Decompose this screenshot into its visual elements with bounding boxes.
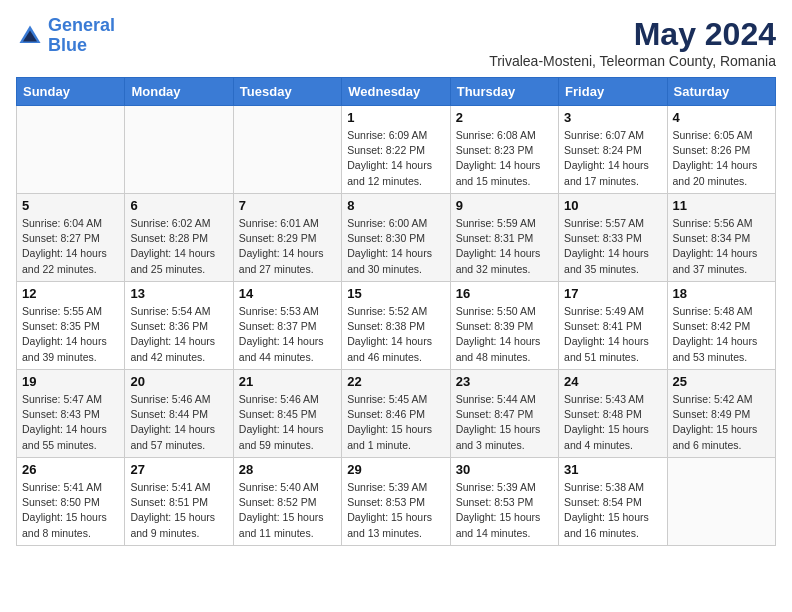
column-header-friday: Friday — [559, 78, 667, 106]
day-number: 4 — [673, 110, 770, 125]
day-number: 26 — [22, 462, 119, 477]
logo: General Blue — [16, 16, 115, 56]
day-number: 10 — [564, 198, 661, 213]
calendar-cell: 5Sunrise: 6:04 AM Sunset: 8:27 PM Daylig… — [17, 194, 125, 282]
day-info: Sunrise: 5:53 AM Sunset: 8:37 PM Dayligh… — [239, 304, 336, 365]
day-number: 5 — [22, 198, 119, 213]
calendar-cell: 7Sunrise: 6:01 AM Sunset: 8:29 PM Daylig… — [233, 194, 341, 282]
calendar-cell: 13Sunrise: 5:54 AM Sunset: 8:36 PM Dayli… — [125, 282, 233, 370]
day-number: 14 — [239, 286, 336, 301]
column-header-tuesday: Tuesday — [233, 78, 341, 106]
day-info: Sunrise: 5:50 AM Sunset: 8:39 PM Dayligh… — [456, 304, 553, 365]
day-info: Sunrise: 5:57 AM Sunset: 8:33 PM Dayligh… — [564, 216, 661, 277]
day-number: 29 — [347, 462, 444, 477]
calendar-cell: 4Sunrise: 6:05 AM Sunset: 8:26 PM Daylig… — [667, 106, 775, 194]
day-info: Sunrise: 5:48 AM Sunset: 8:42 PM Dayligh… — [673, 304, 770, 365]
calendar-cell — [667, 458, 775, 546]
calendar-cell: 9Sunrise: 5:59 AM Sunset: 8:31 PM Daylig… — [450, 194, 558, 282]
calendar-cell: 6Sunrise: 6:02 AM Sunset: 8:28 PM Daylig… — [125, 194, 233, 282]
calendar-cell: 20Sunrise: 5:46 AM Sunset: 8:44 PM Dayli… — [125, 370, 233, 458]
calendar-cell — [233, 106, 341, 194]
day-number: 28 — [239, 462, 336, 477]
day-number: 30 — [456, 462, 553, 477]
day-number: 21 — [239, 374, 336, 389]
day-number: 13 — [130, 286, 227, 301]
day-info: Sunrise: 5:41 AM Sunset: 8:50 PM Dayligh… — [22, 480, 119, 541]
calendar-cell: 21Sunrise: 5:46 AM Sunset: 8:45 PM Dayli… — [233, 370, 341, 458]
day-info: Sunrise: 6:04 AM Sunset: 8:27 PM Dayligh… — [22, 216, 119, 277]
column-header-monday: Monday — [125, 78, 233, 106]
calendar-cell: 19Sunrise: 5:47 AM Sunset: 8:43 PM Dayli… — [17, 370, 125, 458]
day-number: 23 — [456, 374, 553, 389]
day-number: 8 — [347, 198, 444, 213]
day-number: 25 — [673, 374, 770, 389]
calendar-cell: 12Sunrise: 5:55 AM Sunset: 8:35 PM Dayli… — [17, 282, 125, 370]
day-number: 24 — [564, 374, 661, 389]
header: General Blue May 2024 Trivalea-Mosteni, … — [16, 16, 776, 69]
logo-icon — [16, 22, 44, 50]
day-number: 22 — [347, 374, 444, 389]
calendar-cell: 23Sunrise: 5:44 AM Sunset: 8:47 PM Dayli… — [450, 370, 558, 458]
calendar-cell: 17Sunrise: 5:49 AM Sunset: 8:41 PM Dayli… — [559, 282, 667, 370]
calendar-cell: 24Sunrise: 5:43 AM Sunset: 8:48 PM Dayli… — [559, 370, 667, 458]
calendar-cell: 18Sunrise: 5:48 AM Sunset: 8:42 PM Dayli… — [667, 282, 775, 370]
day-number: 11 — [673, 198, 770, 213]
day-info: Sunrise: 6:08 AM Sunset: 8:23 PM Dayligh… — [456, 128, 553, 189]
calendar-cell: 14Sunrise: 5:53 AM Sunset: 8:37 PM Dayli… — [233, 282, 341, 370]
calendar-table: SundayMondayTuesdayWednesdayThursdayFrid… — [16, 77, 776, 546]
day-info: Sunrise: 5:39 AM Sunset: 8:53 PM Dayligh… — [347, 480, 444, 541]
week-row-5: 26Sunrise: 5:41 AM Sunset: 8:50 PM Dayli… — [17, 458, 776, 546]
calendar-cell: 8Sunrise: 6:00 AM Sunset: 8:30 PM Daylig… — [342, 194, 450, 282]
calendar-cell: 2Sunrise: 6:08 AM Sunset: 8:23 PM Daylig… — [450, 106, 558, 194]
day-number: 17 — [564, 286, 661, 301]
calendar-cell: 29Sunrise: 5:39 AM Sunset: 8:53 PM Dayli… — [342, 458, 450, 546]
calendar-cell — [17, 106, 125, 194]
day-info: Sunrise: 5:38 AM Sunset: 8:54 PM Dayligh… — [564, 480, 661, 541]
calendar-cell: 1Sunrise: 6:09 AM Sunset: 8:22 PM Daylig… — [342, 106, 450, 194]
day-number: 19 — [22, 374, 119, 389]
day-info: Sunrise: 5:52 AM Sunset: 8:38 PM Dayligh… — [347, 304, 444, 365]
day-info: Sunrise: 6:00 AM Sunset: 8:30 PM Dayligh… — [347, 216, 444, 277]
calendar-header-row: SundayMondayTuesdayWednesdayThursdayFrid… — [17, 78, 776, 106]
day-number: 7 — [239, 198, 336, 213]
day-info: Sunrise: 5:56 AM Sunset: 8:34 PM Dayligh… — [673, 216, 770, 277]
day-number: 20 — [130, 374, 227, 389]
calendar-cell: 10Sunrise: 5:57 AM Sunset: 8:33 PM Dayli… — [559, 194, 667, 282]
day-number: 12 — [22, 286, 119, 301]
day-info: Sunrise: 6:07 AM Sunset: 8:24 PM Dayligh… — [564, 128, 661, 189]
month-title: May 2024 — [489, 16, 776, 53]
day-info: Sunrise: 5:44 AM Sunset: 8:47 PM Dayligh… — [456, 392, 553, 453]
day-number: 31 — [564, 462, 661, 477]
subtitle: Trivalea-Mosteni, Teleorman County, Roma… — [489, 53, 776, 69]
day-info: Sunrise: 5:42 AM Sunset: 8:49 PM Dayligh… — [673, 392, 770, 453]
day-info: Sunrise: 5:45 AM Sunset: 8:46 PM Dayligh… — [347, 392, 444, 453]
day-info: Sunrise: 5:47 AM Sunset: 8:43 PM Dayligh… — [22, 392, 119, 453]
calendar-cell: 15Sunrise: 5:52 AM Sunset: 8:38 PM Dayli… — [342, 282, 450, 370]
day-info: Sunrise: 5:46 AM Sunset: 8:44 PM Dayligh… — [130, 392, 227, 453]
day-number: 15 — [347, 286, 444, 301]
week-row-4: 19Sunrise: 5:47 AM Sunset: 8:43 PM Dayli… — [17, 370, 776, 458]
day-number: 18 — [673, 286, 770, 301]
calendar-cell: 25Sunrise: 5:42 AM Sunset: 8:49 PM Dayli… — [667, 370, 775, 458]
logo-text: General Blue — [48, 16, 115, 56]
day-info: Sunrise: 5:55 AM Sunset: 8:35 PM Dayligh… — [22, 304, 119, 365]
title-area: May 2024 Trivalea-Mosteni, Teleorman Cou… — [489, 16, 776, 69]
day-info: Sunrise: 6:05 AM Sunset: 8:26 PM Dayligh… — [673, 128, 770, 189]
day-number: 2 — [456, 110, 553, 125]
calendar-cell: 27Sunrise: 5:41 AM Sunset: 8:51 PM Dayli… — [125, 458, 233, 546]
calendar-body: 1Sunrise: 6:09 AM Sunset: 8:22 PM Daylig… — [17, 106, 776, 546]
column-header-sunday: Sunday — [17, 78, 125, 106]
calendar-cell: 28Sunrise: 5:40 AM Sunset: 8:52 PM Dayli… — [233, 458, 341, 546]
column-header-saturday: Saturday — [667, 78, 775, 106]
day-info: Sunrise: 6:02 AM Sunset: 8:28 PM Dayligh… — [130, 216, 227, 277]
day-info: Sunrise: 5:43 AM Sunset: 8:48 PM Dayligh… — [564, 392, 661, 453]
calendar-cell — [125, 106, 233, 194]
day-info: Sunrise: 5:39 AM Sunset: 8:53 PM Dayligh… — [456, 480, 553, 541]
day-number: 3 — [564, 110, 661, 125]
day-info: Sunrise: 5:41 AM Sunset: 8:51 PM Dayligh… — [130, 480, 227, 541]
day-number: 6 — [130, 198, 227, 213]
week-row-3: 12Sunrise: 5:55 AM Sunset: 8:35 PM Dayli… — [17, 282, 776, 370]
column-header-thursday: Thursday — [450, 78, 558, 106]
calendar-cell: 30Sunrise: 5:39 AM Sunset: 8:53 PM Dayli… — [450, 458, 558, 546]
week-row-1: 1Sunrise: 6:09 AM Sunset: 8:22 PM Daylig… — [17, 106, 776, 194]
